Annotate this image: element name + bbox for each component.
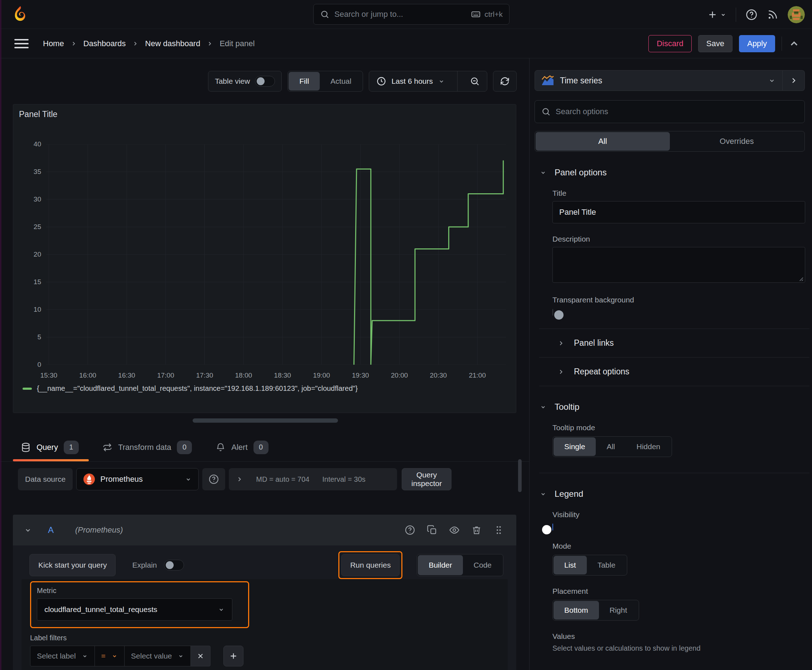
datasource-picker[interactable]: Prometheus (76, 468, 199, 490)
transparent-background-switch[interactable] (553, 309, 553, 316)
panel-title-input[interactable] (553, 201, 805, 223)
kick-start-button[interactable]: Kick start your query (29, 554, 116, 576)
discard-button[interactable]: Discard (648, 35, 692, 52)
chevron-down-icon (438, 78, 445, 85)
table-view-toggle[interactable]: Table view (208, 71, 282, 91)
search-input[interactable] (334, 10, 466, 19)
apply-button[interactable]: Apply (739, 35, 775, 52)
y-tick-label: 40 (34, 140, 41, 148)
options-search-input[interactable] (556, 107, 798, 116)
query-card: A (Prometheus) Kick start your query Exp… (13, 515, 516, 670)
section-legend[interactable]: Legend (539, 489, 805, 499)
save-button[interactable]: Save (698, 35, 732, 52)
tab-query[interactable]: Query 1 (21, 433, 79, 461)
select-label-dropdown[interactable]: Select label (30, 646, 95, 667)
table-view-switch[interactable] (255, 76, 275, 86)
options-search[interactable] (534, 100, 805, 123)
section-panel-options[interactable]: Panel options (539, 168, 805, 178)
segment-option-builder[interactable]: Builder (418, 555, 463, 575)
time-series-icon (541, 75, 554, 86)
datasource-row: Data source Prometheus MD = auto = 704 I… (18, 468, 397, 490)
metric-select[interactable]: cloudflared_tunnel_total_requests (37, 599, 232, 621)
avatar[interactable] (788, 6, 805, 23)
zoom-out-button[interactable] (463, 71, 487, 91)
explain-switch[interactable] (164, 560, 184, 570)
chevron-down-icon (539, 490, 547, 497)
segment-option-code[interactable]: Code (463, 555, 502, 575)
refresh-button[interactable] (493, 71, 517, 91)
segment-option-all[interactable]: All (536, 132, 670, 151)
legend-series-marker[interactable] (22, 387, 32, 390)
segment-option-single[interactable]: Single (554, 437, 596, 456)
remove-filter-button[interactable] (190, 646, 210, 667)
panel-title: Panel Title (19, 110, 57, 119)
options-sidebar: Time series AllOverrides Panel options T… (529, 58, 812, 670)
segment-option-all[interactable]: All (596, 437, 626, 456)
eye-icon[interactable] (449, 524, 460, 535)
grafana-edit-panel-screen: ctrl+k Home Dashboards (0, 0, 812, 670)
legend-content: Visibility Mode ListTable Placement Bott… (553, 510, 805, 653)
x-tick-label: 21:00 (469, 372, 486, 379)
chevron-up-icon[interactable] (788, 38, 800, 49)
breadcrumb-new-dashboard[interactable]: New dashboard (145, 39, 200, 48)
question-circle-icon (209, 474, 219, 485)
chevron-right-icon[interactable] (236, 475, 243, 483)
datasource-help-button[interactable] (202, 468, 225, 490)
y-tick-label: 10 (34, 306, 41, 313)
shortcut-hint: ctrl+k (471, 9, 503, 19)
y-tick-label: 20 (34, 250, 41, 259)
panel-resize-handle[interactable] (193, 418, 338, 423)
news-icon[interactable] (767, 9, 778, 20)
question-circle-icon[interactable] (405, 524, 415, 535)
select-value-dropdown[interactable]: Select value (124, 646, 191, 667)
segment-option-table[interactable]: Table (587, 556, 626, 574)
operator-dropdown[interactable]: = (95, 646, 125, 667)
segment-option-bottom[interactable]: Bottom (554, 601, 599, 619)
collapse-options-button[interactable] (783, 70, 805, 91)
chevron-down-icon[interactable] (24, 526, 32, 535)
trash-icon[interactable] (471, 524, 482, 535)
menu-icon[interactable] (14, 39, 29, 48)
visualization-select[interactable]: Time series (534, 70, 783, 91)
tab-alert[interactable]: Alert 0 (215, 433, 268, 461)
segment-option-list[interactable]: List (554, 556, 587, 574)
time-range-button[interactable]: Last 6 hours (369, 71, 452, 91)
plot-area[interactable] (46, 144, 506, 365)
divider (539, 328, 810, 329)
description-textarea[interactable] (553, 247, 805, 283)
breadcrumb-dashboards[interactable]: Dashboards (83, 39, 126, 48)
query-header[interactable]: A (Prometheus) (13, 515, 516, 545)
duplicate-icon[interactable] (427, 524, 437, 535)
panel-links-section[interactable]: Panel links (558, 338, 805, 348)
query-datasource-hint: (Prometheus) (75, 525, 123, 535)
segment-option-actual[interactable]: Actual (320, 72, 362, 91)
run-queries-button[interactable]: Run queries (341, 554, 400, 576)
query-inspector-button[interactable]: Query inspector (402, 468, 451, 490)
add-new-button[interactable] (707, 9, 726, 20)
drag-handle-icon[interactable] (493, 524, 504, 535)
dashboard-panel[interactable]: Panel Title 0510152025303540 15:3016:001… (13, 104, 516, 413)
tab-transform-data[interactable]: Transform data 0 (102, 433, 192, 461)
query-ref-id[interactable]: A (48, 525, 54, 535)
add-filter-button[interactable] (224, 646, 244, 667)
chevron-down-icon (185, 475, 192, 483)
x-tick-label: 20:00 (391, 372, 408, 379)
help-icon[interactable] (746, 8, 758, 21)
editor-mode-switch: BuilderCode (417, 554, 503, 576)
grafana-logo-icon[interactable] (12, 5, 29, 23)
breadcrumb-home[interactable]: Home (43, 39, 64, 48)
segment-option-hidden[interactable]: Hidden (626, 437, 671, 456)
legend-series-label[interactable]: {__name__="cloudflared_tunnel_total_requ… (37, 384, 358, 393)
time-range-picker: Last 6 hours (369, 71, 487, 91)
segment-option-overrides[interactable]: Overrides (670, 132, 804, 151)
run-queries-highlight: Run queries (338, 551, 402, 579)
global-search[interactable]: ctrl+k (313, 4, 509, 25)
segment-option-right[interactable]: Right (599, 601, 638, 619)
scrollbar-thumb[interactable] (518, 459, 522, 492)
breadcrumb-bar: Home Dashboards New dashboard Edit panel… (0, 29, 812, 58)
repeat-options-section[interactable]: Repeat options (558, 367, 805, 377)
segment-option-fill[interactable]: Fill (288, 72, 320, 91)
section-tooltip[interactable]: Tooltip (539, 402, 805, 412)
x-tick-label: 20:30 (430, 372, 447, 379)
legend-visibility-switch[interactable] (553, 524, 553, 530)
